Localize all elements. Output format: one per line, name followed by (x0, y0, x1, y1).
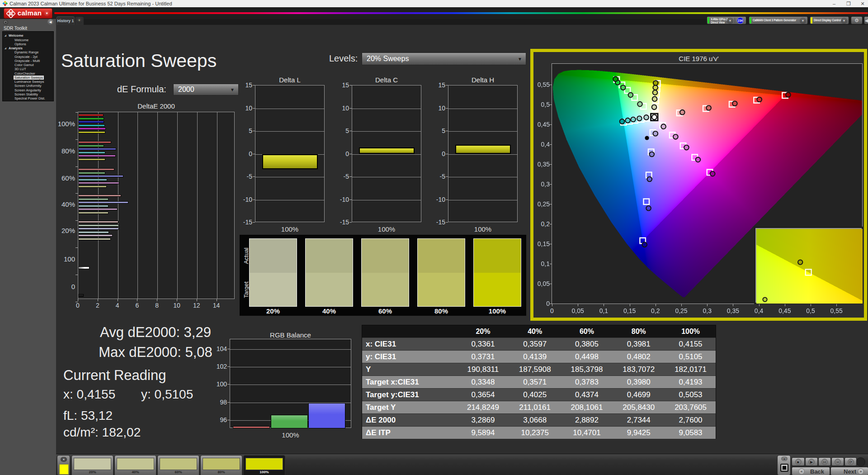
tree-item-luminance-sweeps[interactable]: Luminance Sweeps (3, 80, 53, 84)
pattern-button-40%[interactable]: 40% (114, 455, 156, 475)
table-row-label: Target y:CIE31 (366, 389, 457, 401)
tree-expand-icon[interactable]: ◢ (5, 46, 6, 50)
swatch-60% (361, 238, 409, 307)
cie-measured-circle (680, 110, 685, 115)
tree-item-dynamic-range[interactable]: Dynamic Range (3, 50, 53, 54)
deltae-bar-40%-magenta (78, 208, 118, 210)
tree-item-screen-uniformity[interactable]: Screen Uniformity (3, 84, 53, 88)
deltae-group-label: 40% (50, 200, 75, 208)
loop-button[interactable]: ∞ (831, 457, 844, 466)
cie-measured-circle (653, 90, 658, 95)
deltae-bar-80%-red (78, 141, 111, 143)
table-cell: 0,5053 (665, 389, 717, 401)
de-formula-label: dE Formula: (117, 84, 166, 95)
pattern-swatch-40% (117, 458, 154, 470)
back-button[interactable]: « Back (792, 467, 830, 475)
window-titlebar: Calman 2023 Calman Ultimate for Business… (0, 0, 868, 7)
tab-history-1[interactable]: History 1 (57, 16, 75, 25)
source-dropdown-icon[interactable]: ▼ (800, 18, 806, 24)
pattern-button-80%[interactable]: 80% (200, 455, 242, 475)
cie-x-tick-label: 0,3 (696, 307, 718, 314)
maximize-button[interactable]: ❐ (842, 0, 855, 7)
delta_l-y-tick (253, 108, 255, 109)
tree-item-spectral-power-dist-[interactable]: Spectral Power Dist. (3, 96, 53, 100)
rgb-y-tick-label: 96 (209, 416, 227, 423)
extra-round-button[interactable] (856, 457, 865, 466)
tree-item-screen-angularity[interactable]: Screen Angularity (3, 88, 53, 92)
cie-measured-circle (625, 118, 630, 123)
cie-y-tick-label: 0,3 (532, 180, 550, 188)
pattern-button-100%[interactable]: 100% (243, 455, 285, 475)
delta_c-gridline (352, 177, 421, 177)
workflow-title: SDR Toolkit (4, 26, 27, 31)
collapse-panel-button[interactable]: ◀ (864, 16, 868, 24)
deltae-bar-60%-magenta (78, 182, 119, 184)
cie-y-tick-label: 0,25 (532, 200, 550, 208)
tree-item-saturation-sweeps[interactable]: Saturation Sweeps (3, 76, 53, 80)
quick-pattern-button[interactable]: ▲ (57, 455, 70, 475)
table-row-label: Y (366, 363, 457, 375)
delta_c-y-tick (349, 108, 352, 109)
tree-item-options[interactable]: Options (3, 42, 53, 46)
meter-dropdown-icon[interactable]: ▼ (727, 18, 733, 24)
table-row-label: Target Y (366, 401, 457, 413)
rgb-bar-red (233, 426, 270, 428)
table-cell: 0,4025 (509, 389, 561, 401)
tree-item-grayscale-multi[interactable]: Grayscale - Multi (3, 59, 53, 63)
delta_l-bar (262, 154, 318, 170)
tree-item-grayscale-2pt[interactable]: Grayscale - 2pt (3, 55, 53, 59)
refresh-button[interactable]: ⟳ (844, 457, 857, 466)
swatch-target-80% (418, 273, 465, 307)
delta_c-y-tick-label: -15 (331, 218, 349, 226)
table-row-label: Target x:CIE31 (366, 376, 457, 388)
next-button[interactable]: Next » (830, 467, 868, 475)
pattern-button-60%[interactable]: 60% (157, 455, 199, 475)
meter-device-button[interactable]: X-Rite i1Pro 2Direct View ▼ 234 (707, 16, 746, 24)
tree-item-color-gamut[interactable]: Color Gamut (3, 63, 53, 67)
table-cell: 0,3783 (561, 376, 613, 388)
table-cell: 0,4374 (561, 389, 613, 401)
cie-measured-circle (620, 119, 625, 124)
cie-measured-circle (710, 171, 715, 176)
rgb-bar-green (271, 415, 308, 428)
sidebar-collapse-icon[interactable]: ◀ (47, 19, 53, 25)
tree-item-3d-lut[interactable]: 3D LUT (3, 67, 53, 71)
deltae-bar-20%-yellow (78, 238, 111, 240)
de-formula-dropdown[interactable]: 2000 ▼ (173, 84, 239, 95)
swatch-80% (417, 238, 465, 307)
display-dropdown-icon[interactable]: ▼ (841, 18, 847, 24)
swatch-target-60% (362, 273, 409, 307)
tree-item-colorchecker[interactable]: ColorChecker (3, 71, 53, 76)
source-device-button[interactable]: CalMAN Client 3 Pattern Generator ▼ (749, 16, 808, 24)
sidebar-options-icon[interactable] (3, 20, 8, 25)
settings-gear-button[interactable]: ⚙ (851, 16, 863, 24)
tree-section-welcome[interactable]: ◢Welcome (3, 33, 53, 38)
cie-measured-circle (613, 76, 618, 81)
calman-menu-button[interactable]: calman ▼ (4, 8, 52, 19)
table-header-100%: 100% (665, 325, 717, 337)
pattern-button-20%[interactable]: 20% (71, 455, 113, 475)
tree-section-analysis[interactable]: ◢Analysis (3, 46, 53, 50)
table-cell: 205,8430 (613, 401, 665, 413)
minimize-button[interactable]: – (827, 0, 841, 7)
tree-expand-icon[interactable]: ◢ (5, 33, 6, 38)
display-device-button[interactable]: Direct Display Control ▼ (810, 16, 849, 24)
play-button[interactable]: ▶ (805, 457, 818, 466)
rgb-y-tick-label: 100 (209, 380, 227, 388)
pattern-window-button[interactable]: ▲ (777, 455, 791, 475)
delta_c-y-tick (349, 200, 352, 200)
delta_h-y-tick (446, 222, 448, 223)
deltae-bar-60%-green (78, 172, 105, 174)
tree-item-screen-stability[interactable]: Screen Stability (3, 92, 53, 96)
cie-y-tick-label: 0,5 (532, 101, 550, 108)
close-button[interactable]: ✕ (856, 0, 868, 7)
pattern-preview-button[interactable]: H (818, 457, 831, 466)
add-tab-button[interactable]: + (75, 17, 84, 25)
tree-item-label: Dynamic Range (14, 50, 38, 54)
stop-button[interactable]: ■ (792, 457, 805, 466)
levels-dropdown[interactable]: 20% Sweeps ▼ (362, 52, 526, 65)
window-title: Calman 2023 Calman Ultimate for Business… (9, 0, 172, 7)
tree-item-welcome[interactable]: Welcome (3, 38, 53, 42)
delta_h-y-tick-label: -10 (427, 196, 445, 203)
deltae-gridline (118, 112, 118, 299)
